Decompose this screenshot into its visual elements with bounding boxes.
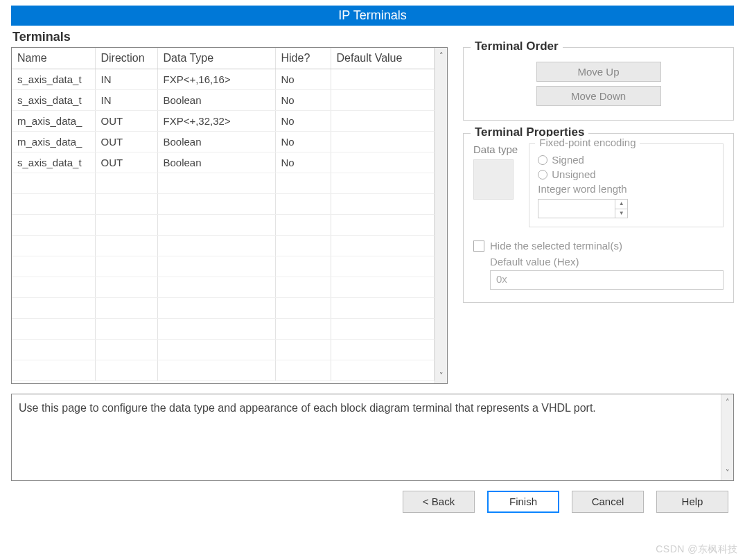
cell-direction[interactable]: OUT: [95, 131, 157, 152]
cell-hide[interactable]: No: [275, 89, 331, 110]
watermark: CSDN @东枫科技: [656, 543, 738, 556]
cell-default_value[interactable]: [331, 69, 435, 89]
cell-data_type[interactable]: Boolean: [157, 89, 275, 110]
cell-direction[interactable]: IN: [95, 89, 157, 110]
cell-hide[interactable]: No: [275, 152, 331, 173]
cell-hide[interactable]: No: [275, 131, 331, 152]
table-row[interactable]: m_axis_data_OUTBooleanNo: [12, 131, 435, 152]
fixed-point-encoding-group: Fixed-point encoding Signed Unsigned Int…: [529, 143, 724, 227]
data-type-swatch[interactable]: [473, 159, 514, 200]
move-up-button[interactable]: Move Up: [536, 62, 661, 82]
table-row-empty[interactable]: [12, 277, 435, 297]
cell-default_value[interactable]: [331, 110, 435, 131]
scroll-down-icon[interactable]: ˅: [439, 368, 444, 383]
cell-name[interactable]: m_axis_data_: [12, 131, 95, 152]
cell-default_value[interactable]: [331, 131, 435, 152]
table-row-empty[interactable]: [12, 214, 435, 235]
cell-name[interactable]: m_axis_data_: [12, 110, 95, 131]
table-row[interactable]: s_axis_data_tINFXP<+,16,16>No: [12, 69, 435, 89]
table-row-empty[interactable]: [12, 297, 435, 318]
description-box: Use this page to configure the data type…: [11, 394, 734, 481]
signed-radio[interactable]: [538, 155, 547, 165]
cell-default_value[interactable]: [331, 89, 435, 110]
cell-data_type[interactable]: FXP<+,16,16>: [157, 69, 275, 89]
cell-direction[interactable]: OUT: [95, 110, 157, 131]
table-scrollbar[interactable]: ˄ ˅: [435, 48, 447, 383]
cell-data_type[interactable]: Boolean: [157, 152, 275, 173]
scroll-up-icon[interactable]: ˄: [439, 48, 444, 63]
col-header-hide[interactable]: Hide?: [275, 48, 331, 69]
fixed-point-encoding-legend: Fixed-point encoding: [535, 137, 640, 148]
scroll-up-icon[interactable]: ˄: [726, 394, 730, 410]
col-header-data-type[interactable]: Data Type: [157, 48, 275, 69]
integer-word-length-label: Integer word length: [538, 183, 715, 195]
cancel-button[interactable]: Cancel: [572, 491, 644, 513]
table-row-empty[interactable]: [12, 256, 435, 277]
hide-terminal-checkbox[interactable]: [473, 240, 484, 252]
table-row[interactable]: s_axis_data_tINBooleanNo: [12, 89, 435, 110]
table-row-empty[interactable]: [12, 360, 435, 380]
move-down-button[interactable]: Move Down: [536, 86, 661, 106]
description-text: Use this page to configure the data type…: [19, 402, 596, 414]
table-row[interactable]: m_axis_data_OUTFXP<+,32,32>No: [12, 110, 435, 131]
default-value-label: Default value (Hex): [490, 256, 724, 268]
cell-name[interactable]: s_axis_data_t: [12, 89, 95, 110]
terminals-table[interactable]: Name Direction Data Type Hide? Default V…: [11, 47, 448, 384]
finish-button[interactable]: Finish: [487, 491, 559, 513]
col-header-default-value[interactable]: Default Value: [331, 48, 435, 69]
integer-word-length-input[interactable]: ▲ ▼: [538, 199, 628, 218]
cell-data_type[interactable]: FXP<+,32,32>: [157, 110, 275, 131]
terminals-label: Terminals: [12, 30, 734, 44]
cell-name[interactable]: s_axis_data_t: [12, 152, 95, 173]
terminal-properties-group: Terminal Properties Data type Fixed-poin…: [463, 133, 734, 303]
page-title: IP Terminals: [11, 6, 734, 26]
back-button[interactable]: < Back: [403, 491, 475, 513]
cell-direction[interactable]: OUT: [95, 152, 157, 173]
cell-data_type[interactable]: Boolean: [157, 131, 275, 152]
spinner-up-icon[interactable]: ▲: [615, 200, 627, 209]
table-row-empty[interactable]: [12, 173, 435, 193]
col-header-name[interactable]: Name: [12, 48, 95, 69]
col-header-direction[interactable]: Direction: [95, 48, 157, 69]
terminal-order-group: Terminal Order Move Up Move Down: [463, 47, 734, 121]
table-header-row: Name Direction Data Type Hide? Default V…: [12, 48, 435, 69]
table-row-empty[interactable]: [12, 339, 435, 360]
default-value-input[interactable]: 0x: [490, 270, 724, 290]
cell-default_value[interactable]: [331, 152, 435, 173]
cell-hide[interactable]: No: [275, 110, 331, 131]
hide-terminal-label: Hide the selected terminal(s): [490, 240, 622, 252]
cell-direction[interactable]: IN: [95, 69, 157, 89]
signed-label: Signed: [552, 154, 584, 166]
unsigned-label: Unsigned: [552, 168, 595, 180]
table-row[interactable]: s_axis_data_tOUTBooleanNo: [12, 152, 435, 173]
wizard-button-bar: < Back Finish Cancel Help: [11, 481, 734, 513]
description-scrollbar[interactable]: ˄ ˅: [721, 394, 733, 480]
data-type-label: Data type: [473, 143, 518, 155]
table-row-empty[interactable]: [12, 193, 435, 214]
scroll-down-icon[interactable]: ˅: [726, 465, 730, 480]
help-button[interactable]: Help: [656, 491, 728, 513]
cell-hide[interactable]: No: [275, 69, 331, 89]
table-row-empty[interactable]: [12, 235, 435, 256]
unsigned-radio[interactable]: [538, 170, 547, 180]
cell-name[interactable]: s_axis_data_t: [12, 69, 95, 89]
terminal-order-legend: Terminal Order: [471, 40, 563, 53]
table-row-empty[interactable]: [12, 318, 435, 339]
spinner-down-icon[interactable]: ▼: [615, 209, 627, 218]
